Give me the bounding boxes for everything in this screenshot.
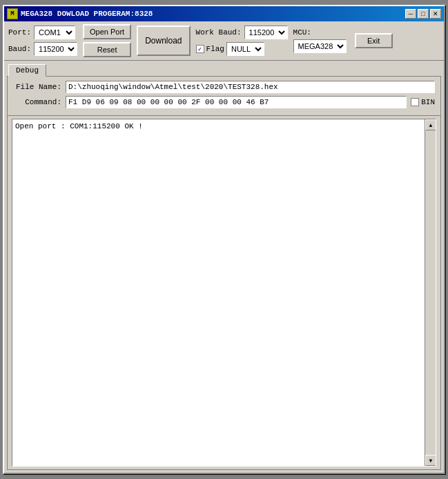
- content-area: File Name: Command: BIN Open port : COM1…: [7, 76, 441, 470]
- title-bar-buttons: ─ □ ✕: [405, 9, 441, 19]
- port-select[interactable]: COM1: [34, 26, 75, 39]
- baud-row: Baud: 115200: [8, 42, 77, 56]
- file-name-input[interactable]: [66, 81, 435, 93]
- title-bar: M MEGA328 DOWLOAD PROGERAM:8328 ─ □ ✕: [4, 6, 444, 21]
- toolbar: Port: COM1 Baud: 115200 Open Port Reset …: [4, 21, 444, 61]
- exit-button[interactable]: Exit: [355, 33, 393, 48]
- work-baud-select[interactable]: 115200: [244, 26, 288, 39]
- baud-label: Baud:: [8, 45, 31, 53]
- scrollbar-vertical[interactable]: ▲ ▼: [425, 119, 436, 466]
- minimize-button[interactable]: ─: [405, 9, 416, 19]
- flag-row: ✓ Flag NULL: [196, 42, 288, 56]
- baud-select[interactable]: 115200: [34, 42, 77, 56]
- file-name-label: File Name:: [13, 83, 61, 91]
- port-row: Port: COM1: [8, 26, 77, 39]
- window-title: MEGA328 DOWLOAD PROGERAM:8328: [21, 10, 153, 18]
- download-button[interactable]: Download: [137, 26, 190, 56]
- form-area: File Name: Command: BIN: [8, 77, 440, 116]
- command-label: Command:: [13, 98, 61, 106]
- app-icon: M: [7, 8, 18, 19]
- log-content: Open port : COM1:115200 OK !: [15, 122, 433, 130]
- title-bar-left: M MEGA328 DOWLOAD PROGERAM:8328: [7, 8, 153, 19]
- scrollbar-up-button[interactable]: ▲: [425, 119, 436, 130]
- open-port-button[interactable]: Open Port: [83, 24, 131, 39]
- work-baud-row: Work Baud: 115200: [196, 26, 288, 39]
- port-label: Port:: [8, 28, 31, 37]
- tab-debug[interactable]: Debug: [8, 64, 46, 77]
- flag-checkbox[interactable]: ✓: [196, 45, 204, 53]
- bin-checkbox[interactable]: [411, 98, 419, 106]
- flag-select[interactable]: NULL: [226, 42, 264, 56]
- maximize-button[interactable]: □: [418, 9, 429, 19]
- work-baud-label: Work Baud:: [196, 28, 242, 37]
- mcu-label: MCU:: [293, 28, 311, 37]
- tab-bar: Debug: [4, 61, 444, 76]
- log-area[interactable]: Open port : COM1:115200 OK ! ▲ ▼: [12, 119, 436, 467]
- command-row: Command: BIN: [13, 96, 435, 108]
- flag-label: Flag: [206, 45, 224, 53]
- close-button[interactable]: ✕: [430, 9, 441, 19]
- bin-label: BIN: [421, 98, 435, 106]
- scrollbar-down-button[interactable]: ▼: [425, 455, 436, 466]
- reset-button[interactable]: Reset: [83, 42, 131, 57]
- command-input[interactable]: [66, 96, 407, 108]
- bin-group: BIN: [411, 98, 435, 106]
- mcu-select[interactable]: MEGA328: [293, 39, 347, 53]
- file-name-row: File Name:: [13, 81, 435, 93]
- mcu-label-row: MCU:: [293, 28, 347, 37]
- main-window: M MEGA328 DOWLOAD PROGERAM:8328 ─ □ ✕ Po…: [3, 5, 445, 474]
